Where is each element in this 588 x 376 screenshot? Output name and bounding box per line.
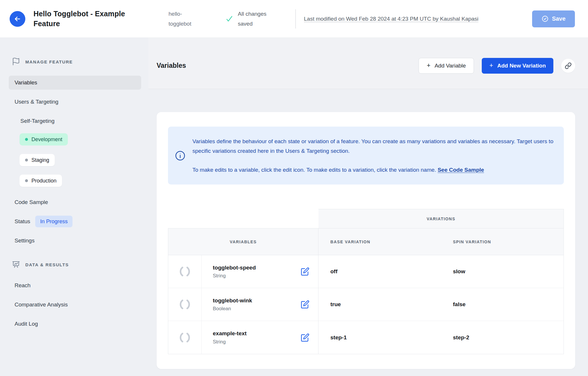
environment-dot-icon bbox=[25, 159, 28, 162]
variable-name: example-text bbox=[213, 330, 247, 337]
base-variation-value: off bbox=[318, 268, 441, 275]
save-button[interactable]: Save bbox=[532, 10, 575, 27]
variations-group-header: VARIATIONS bbox=[318, 209, 564, 228]
table-row-values: step-1 step-2 bbox=[318, 321, 564, 354]
save-button-label: Save bbox=[552, 15, 566, 22]
variables-table: VARIABLES togglebot-speed String bbox=[168, 209, 564, 354]
table-row-values: true false bbox=[318, 288, 564, 321]
variable-type: Boolean bbox=[213, 306, 252, 312]
info-paragraph-2: To make edits to a variable, click the e… bbox=[192, 165, 554, 175]
variable-name: togglebot-speed bbox=[213, 264, 256, 272]
environment-label: Production bbox=[31, 178, 56, 184]
see-code-sample-link[interactable]: See Code Sample bbox=[438, 167, 484, 173]
table-row: togglebot-speed String bbox=[168, 255, 318, 288]
header-divider bbox=[295, 9, 296, 29]
variable-type: String bbox=[213, 339, 247, 345]
variables-column-header: VARIABLES bbox=[168, 228, 318, 255]
sidebar-item-settings[interactable]: Settings bbox=[9, 234, 141, 248]
copy-link-button[interactable] bbox=[561, 59, 575, 73]
sidebar-item-reach[interactable]: Reach bbox=[9, 279, 141, 292]
spin-variation-value: false bbox=[441, 301, 564, 308]
variable-type: String bbox=[213, 273, 256, 279]
last-modified-link[interactable]: Last modified on Wed Feb 28 2024 at 4:23… bbox=[304, 14, 493, 24]
sidebar-item-comparative-analysis[interactable]: Comparative Analysis bbox=[9, 298, 141, 312]
environment-badge-development[interactable]: Development bbox=[20, 133, 68, 146]
add-variable-button[interactable]: + Add Variable bbox=[419, 58, 474, 74]
variable-type-spinner-icon bbox=[168, 288, 202, 321]
manage-feature-section-label: MANAGE FEATURE bbox=[25, 59, 73, 64]
check-circle-icon bbox=[541, 15, 549, 22]
link-icon bbox=[565, 62, 572, 69]
info-icon bbox=[174, 150, 186, 162]
main-content: Variables + Add Variable + Add New Varia… bbox=[148, 38, 588, 376]
environment-label: Development bbox=[31, 136, 62, 143]
variables-card: Variables define the behaviour of each s… bbox=[157, 112, 575, 369]
app-header: Hello Togglebot - Example Feature hello-… bbox=[0, 0, 588, 38]
edit-pencil-icon bbox=[301, 267, 309, 276]
manage-feature-section-header: MANAGE FEATURE bbox=[9, 56, 141, 68]
status-badge[interactable]: In Progress bbox=[35, 216, 73, 227]
variables-toolbar: Variables + Add Variable + Add New Varia… bbox=[148, 38, 588, 89]
add-new-variation-label: Add New Variation bbox=[497, 63, 546, 69]
check-icon bbox=[225, 15, 234, 23]
info-banner: Variables define the behaviour of each s… bbox=[168, 127, 564, 185]
edit-variable-button[interactable] bbox=[300, 266, 311, 277]
sidebar-item-status: Status In Progress bbox=[9, 214, 141, 228]
plus-icon: + bbox=[489, 62, 493, 69]
spin-variation-value: slow bbox=[441, 268, 564, 275]
variables-column-group: VARIABLES togglebot-speed String bbox=[168, 228, 318, 354]
sidebar-item-users-targeting[interactable]: Users & Targeting bbox=[9, 95, 141, 109]
info-paragraph-1: Variables define the behaviour of each s… bbox=[192, 136, 554, 156]
variations-column-group: VARIATIONS BASE VARIATION SPIN VARIATION… bbox=[318, 209, 564, 354]
variable-type-spinner-icon bbox=[168, 321, 202, 354]
data-results-section-header: DATA & RESULTS bbox=[9, 259, 141, 270]
base-variation-value: true bbox=[318, 301, 441, 308]
edit-variable-button[interactable] bbox=[300, 299, 311, 310]
flag-icon bbox=[12, 57, 20, 66]
add-variable-label: Add Variable bbox=[435, 63, 466, 69]
sidebar-item-code-sample[interactable]: Code Sample bbox=[9, 195, 141, 209]
spin-variation-column-header[interactable]: SPIN VARIATION bbox=[441, 239, 564, 244]
save-status: All changes saved bbox=[238, 9, 275, 29]
table-row: togglebot-wink Boolean bbox=[168, 288, 318, 321]
environment-badge-staging[interactable]: Staging bbox=[20, 154, 55, 166]
variation-column-headers: BASE VARIATION SPIN VARIATION bbox=[318, 228, 564, 255]
table-row: example-text String bbox=[168, 321, 318, 354]
sidebar-item-audit-log[interactable]: Audit Log bbox=[9, 317, 141, 331]
data-results-section-label: DATA & RESULTS bbox=[25, 262, 69, 267]
sidebar-item-self-targeting[interactable]: Self-Targeting bbox=[9, 114, 141, 128]
edit-variable-button[interactable] bbox=[300, 332, 311, 343]
table-row-values: off slow bbox=[318, 255, 564, 288]
environment-dot-icon bbox=[25, 179, 28, 182]
spin-variation-value: step-2 bbox=[441, 334, 564, 341]
environment-badge-production[interactable]: Production bbox=[20, 175, 62, 187]
base-variation-column-header[interactable]: BASE VARIATION bbox=[318, 239, 441, 244]
feature-key: hello-togglebot bbox=[169, 9, 203, 29]
plus-icon: + bbox=[427, 62, 431, 69]
page-title: Hello Togglebot - Example Feature bbox=[33, 9, 142, 29]
add-new-variation-button[interactable]: + Add New Variation bbox=[482, 58, 553, 74]
back-button[interactable] bbox=[10, 11, 25, 27]
environment-label: Staging bbox=[31, 157, 49, 163]
status-label[interactable]: Status bbox=[15, 218, 30, 225]
variable-type-spinner-icon bbox=[168, 255, 202, 288]
sidebar: MANAGE FEATURE Variables Users & Targeti… bbox=[0, 38, 148, 376]
environment-dot-icon bbox=[25, 138, 28, 141]
base-variation-value: step-1 bbox=[318, 334, 441, 341]
sidebar-item-variables[interactable]: Variables bbox=[9, 76, 141, 90]
edit-pencil-icon bbox=[301, 333, 309, 342]
presentation-chart-icon bbox=[12, 260, 20, 269]
section-heading: Variables bbox=[157, 62, 186, 70]
edit-pencil-icon bbox=[301, 300, 309, 309]
variable-name: togglebot-wink bbox=[213, 297, 252, 304]
arrow-left-icon bbox=[14, 15, 21, 23]
